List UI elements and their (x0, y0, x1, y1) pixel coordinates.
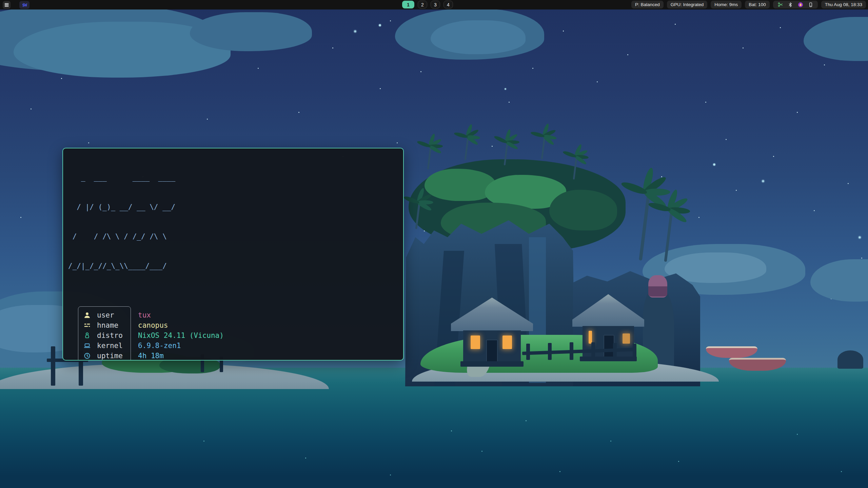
user-icon (83, 311, 91, 319)
fastfetch-output: user hname distro kernel uptime shell (68, 306, 403, 361)
fence-post (570, 342, 573, 360)
power-profile-module[interactable]: P: Balanced (631, 1, 664, 8)
fence-post (591, 342, 595, 360)
app-launcher-button[interactable] (3, 1, 11, 9)
system-tray (773, 1, 818, 8)
fetch-label: kernel (97, 342, 123, 350)
battery-module[interactable]: Bat: 100 (745, 1, 769, 8)
nixos-ascii-logo: _ ___ ____ ____ / |/ (_)_ __/ __ \/ __/ … (68, 153, 403, 291)
hut-base (460, 361, 524, 367)
clock-icon (83, 352, 91, 360)
penguin-icon (83, 332, 91, 339)
cloud (431, 20, 526, 54)
power-profile-text: P: Balanced (635, 2, 660, 7)
workspace-label: 1 (407, 2, 410, 7)
fetch-label-column: user hname distro kernel uptime shell (78, 306, 131, 361)
palm-tree (428, 142, 431, 169)
fetch-value-column: tux canopus NixOS 24.11 (Vicuna) 6.9.8-z… (131, 306, 224, 361)
fetch-row-uptime: uptime (78, 351, 131, 361)
workspace-label: 3 (434, 2, 437, 7)
bar-left-cluster: $W (3, 0, 29, 9)
fetch-value-user: tux (138, 310, 224, 320)
list-icon (83, 322, 91, 329)
bar-right-cluster: P: Balanced GPU: Integrated Home: 9ms Ba… (631, 1, 866, 8)
flame-icon[interactable] (797, 2, 804, 8)
palm-tree (465, 133, 469, 160)
palm-tree (574, 152, 577, 180)
clock-text: Thu Aug 08, 18:33 (825, 2, 862, 7)
palm-tree (416, 198, 420, 229)
totem-statue-shadow (648, 286, 667, 297)
clock-module[interactable]: Thu Aug 08, 18:33 (821, 1, 866, 8)
fetch-row-kernel: kernel (78, 341, 131, 351)
workspace-switcher: 1 2 3 4 (402, 1, 453, 8)
workspace-1[interactable]: 1 (402, 1, 414, 8)
cloud (190, 12, 312, 51)
apps-grid-icon (4, 2, 9, 7)
battery-text: Bat: 100 (749, 2, 766, 7)
tall-palm (642, 185, 648, 236)
fence-post (613, 343, 617, 360)
island-canopy-highlight (549, 190, 617, 230)
hut-window (623, 333, 630, 344)
fetch-row-distro: distro (78, 330, 131, 341)
workspace-3[interactable]: 3 (431, 1, 440, 8)
fence-post (526, 344, 530, 360)
top-bar: $W 1 2 3 4 P: Balanced GPU: Integrated H… (0, 0, 868, 9)
hut-base (580, 357, 637, 361)
pier-post (51, 346, 55, 386)
phone-icon[interactable] (808, 2, 813, 7)
terminal-window[interactable]: _ ___ ____ ____ / |/ (_)_ __/ __ \/ __/ … (62, 148, 404, 361)
fetch-label: distro (97, 331, 123, 340)
palm-tree (542, 132, 545, 159)
workspace-label: 2 (421, 2, 424, 7)
ping-module[interactable]: Home: 9ms (711, 1, 742, 8)
tall-palm (666, 203, 672, 247)
bluetooth-icon[interactable] (788, 2, 793, 7)
workspace-4[interactable]: 4 (443, 1, 453, 8)
fence-post (548, 343, 552, 360)
fetch-label: user (97, 311, 114, 319)
gpu-text: GPU: Integrated (671, 2, 704, 7)
fetch-value-hname: canopus (138, 320, 224, 330)
scissors-icon[interactable] (777, 2, 783, 7)
fetch-label: hname (97, 321, 118, 329)
hut-window (589, 331, 592, 344)
gpu-module[interactable]: GPU: Integrated (667, 1, 708, 8)
hut-window (502, 336, 512, 349)
hut-left (451, 298, 533, 367)
fetch-value-uptime: 4h 18m (138, 351, 224, 361)
hut-roof (572, 294, 644, 327)
island-canopy-highlight (425, 169, 496, 201)
small-rock (837, 350, 863, 369)
laptop-icon (83, 342, 91, 349)
fetch-value-distro: NixOS 24.11 (Vicuna) (138, 330, 224, 341)
fence-post (633, 344, 636, 360)
workspace-2[interactable]: 2 (418, 1, 427, 8)
fetch-value-kernel: 6.9.8-zen1 (138, 341, 224, 351)
palm-tree (505, 138, 508, 165)
hut-roof (451, 298, 533, 331)
wm-logo-button[interactable]: $W (19, 1, 29, 9)
wm-logo-text: $W (22, 2, 27, 7)
fetch-row-user: user (78, 310, 131, 320)
fetch-label: uptime (97, 352, 123, 360)
ping-text: Home: 9ms (714, 2, 738, 7)
hut-window (471, 336, 480, 349)
workspace-label: 4 (447, 2, 450, 7)
hut-door (486, 340, 498, 362)
fetch-row-hname: hname (78, 320, 131, 330)
